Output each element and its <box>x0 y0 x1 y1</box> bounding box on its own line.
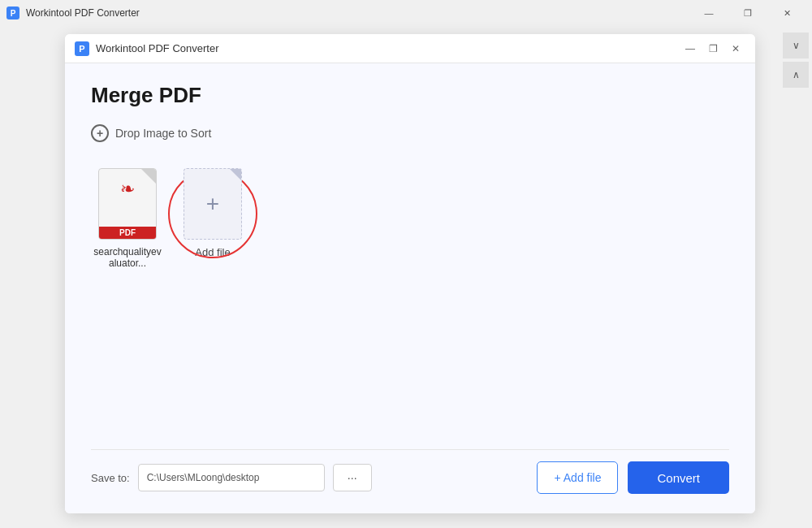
outer-window-controls: — ❐ ✕ <box>690 0 806 26</box>
pdf-file-icon: ❧ PDF <box>98 168 157 240</box>
inner-window: P Workintool PDF Converter — ❐ ✕ Merge P… <box>65 34 755 513</box>
outer-window: P Workintool PDF Converter — ❐ ✕ ∨ ∧ P <box>0 0 812 528</box>
pdf-acrobat-symbol: ❧ <box>120 179 135 200</box>
add-file-plus-icon: + <box>206 191 219 217</box>
pdf-label-badge: PDF <box>99 227 156 239</box>
drop-zone-header: + Drop Image to Sort <box>91 124 729 142</box>
inner-titlebar-left: P Workintool PDF Converter <box>75 41 218 56</box>
app-icon-outer: P <box>6 6 19 19</box>
add-file-button[interactable]: + Add file <box>537 461 618 494</box>
outer-maximize-button[interactable]: ❐ <box>729 0 767 26</box>
page-title: Merge PDF <box>91 83 729 108</box>
outer-titlebar-left: P Workintool PDF Converter <box>6 6 140 19</box>
inner-window-controls: — ❐ ✕ <box>680 39 745 58</box>
add-file-icon: + <box>184 168 242 240</box>
right-sidebar: ∨ ∧ <box>780 26 812 528</box>
convert-button[interactable]: Convert <box>628 461 729 494</box>
outer-close-button[interactable]: ✕ <box>768 0 806 26</box>
inner-titlebar: P Workintool PDF Converter — ❐ ✕ <box>65 34 755 63</box>
app-icon-inner: P <box>75 41 89 56</box>
files-area: ❧ PDF searchqualityevaluator... + Add fi… <box>91 155 729 449</box>
right-buttons: + Add file Convert <box>537 461 729 494</box>
pdf-file-name: searchqualityevaluator... <box>91 246 164 269</box>
save-to-label: Save to: <box>91 472 130 484</box>
inner-window-title: Workintool PDF Converter <box>96 42 218 54</box>
outer-minimize-button[interactable]: — <box>690 0 728 26</box>
inner-maximize-button[interactable]: ❐ <box>703 39 723 58</box>
outer-window-title: Workintool PDF Converter <box>26 7 140 19</box>
pdf-file-item[interactable]: ❧ PDF searchqualityevaluator... <box>91 168 164 269</box>
save-path-input[interactable] <box>138 464 325 491</box>
drop-circle-icon: + <box>91 124 109 142</box>
browse-button[interactable]: ··· <box>333 464 372 491</box>
pdf-icon-corner <box>141 169 156 184</box>
drop-label: Drop Image to Sort <box>115 127 211 140</box>
save-to-section: Save to: ··· <box>91 464 372 491</box>
scroll-up-arrow[interactable]: ∧ <box>783 62 809 88</box>
outer-titlebar: P Workintool PDF Converter — ❐ ✕ <box>0 0 812 26</box>
inner-content: Merge PDF + Drop Image to Sort ❧ PDF <box>65 63 755 513</box>
bottom-bar: Save to: ··· + Add file Convert <box>91 449 729 497</box>
inner-minimize-button[interactable]: — <box>680 39 700 58</box>
scroll-down-arrow[interactable]: ∨ <box>783 32 809 58</box>
inner-close-button[interactable]: ✕ <box>726 39 745 58</box>
add-file-item[interactable]: + Add file <box>184 168 242 258</box>
outer-body: ∨ ∧ P Workintool PDF Converter — ❐ ✕ <box>0 26 812 528</box>
